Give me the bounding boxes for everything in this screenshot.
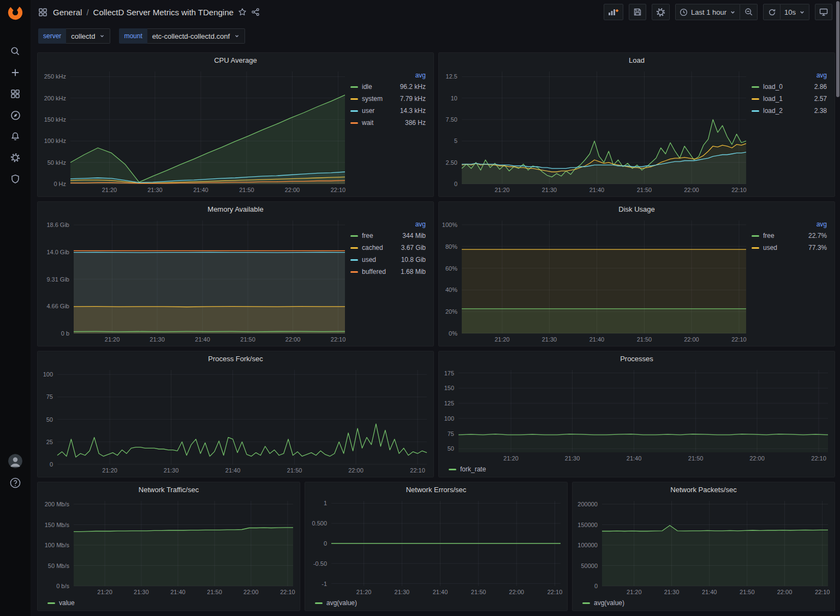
clock-icon [680, 8, 688, 16]
monitor-icon [819, 8, 828, 16]
series-color-marker [350, 271, 358, 273]
svg-text:22:00: 22:00 [684, 336, 699, 343]
legend-item-load_2[interactable]: load_22.38 [752, 106, 827, 116]
dashboard-settings-button[interactable] [652, 4, 670, 20]
zoom-out-button[interactable] [740, 4, 758, 20]
series-name: free [763, 231, 775, 241]
panel-title[interactable]: Network Packets/sec [573, 482, 835, 497]
series-avg-value: 14.3 kHz [400, 106, 426, 116]
explore-compass-icon[interactable] [4, 109, 26, 122]
panel-title[interactable]: Process Fork/sec [38, 351, 433, 366]
series-avg-value: 386 Hz [405, 118, 426, 128]
series-color-marker [315, 602, 323, 604]
legend-item-free[interactable]: free22.7% [752, 231, 827, 241]
chevron-down-icon [234, 33, 240, 39]
panel-processes: Processes 507510012515017521:2021:3021:4… [438, 351, 835, 477]
svg-text:50: 50 [46, 416, 53, 423]
svg-text:0 b: 0 b [61, 330, 69, 337]
memory-available-chart[interactable]: 0 b4.66 Gib9.31 Gib14.0 Gib18.6 Gib21:20… [41, 216, 348, 344]
panel-title[interactable]: Network Errors/sec [305, 482, 567, 497]
series-name: free [362, 231, 373, 241]
variable-server-label: server [38, 28, 66, 44]
svg-text:50000: 50000 [581, 563, 598, 569]
grafana-logo[interactable] [7, 4, 23, 21]
create-plus-icon[interactable] [4, 66, 26, 79]
process-fork-chart[interactable]: 025507510021:2021:3021:4021:5022:0022:10 [41, 366, 430, 475]
legend-item-avg(value)[interactable]: avg(value) [582, 599, 624, 608]
series-color-marker [350, 247, 358, 249]
panel-title[interactable]: Memory Available [38, 202, 433, 216]
breadcrumb-dashboard-title[interactable]: CollectD Server Metrics with TDengine [93, 8, 234, 17]
series-color-marker [350, 259, 358, 261]
panel-title[interactable]: Load [439, 53, 835, 67]
panel-title[interactable]: Network Traffic/sec [38, 482, 300, 497]
legend-item-fork_rate[interactable]: fork_rate [449, 465, 486, 474]
series-color-marker [350, 98, 358, 100]
panel-title[interactable]: CPU Average [38, 53, 433, 67]
svg-text:22:10: 22:10 [547, 589, 563, 595]
svg-text:21:30: 21:30 [565, 455, 580, 462]
dashboard-toolbar: Last 1 hour 10s [604, 4, 832, 20]
cpu-average-legend: avgidle96.2 kHzsystem7.79 kHzuser14.3 kH… [348, 67, 430, 195]
time-range-button[interactable]: Last 1 hour [675, 4, 740, 20]
star-icon[interactable] [238, 8, 247, 16]
scrollbar-thumb[interactable] [836, 1, 839, 97]
svg-text:2.50: 2.50 [446, 159, 457, 166]
network-errors-legend: avg(value) [308, 597, 564, 609]
configuration-gear-icon[interactable] [4, 151, 26, 164]
legend-item-wait[interactable]: wait386 Hz [350, 118, 426, 128]
alerting-bell-icon[interactable] [4, 130, 26, 143]
server-admin-shield-icon[interactable] [4, 172, 26, 186]
disk-usage-chart[interactable]: 0%20%40%60%80%100%21:2021:3021:4021:5022… [442, 216, 749, 344]
legend-item-free[interactable]: free344 Mib [350, 231, 426, 241]
panel-network-errors: Network Errors/sec -1-0.5000.500121:2021… [305, 482, 568, 611]
panel-title[interactable]: Disk Usage [439, 202, 835, 216]
cpu-average-chart[interactable]: 0 Hz50 kHz100 kHz150 kHz200 kHz250 kHz21… [41, 67, 348, 195]
svg-text:-0.50: -0.50 [313, 560, 327, 567]
legend-item-system[interactable]: system7.79 kHz [350, 94, 426, 104]
svg-text:0 b/s: 0 b/s [56, 583, 69, 589]
user-avatar[interactable] [8, 454, 22, 468]
legend-item-idle[interactable]: idle96.2 kHz [350, 82, 426, 92]
network-traffic-chart[interactable]: 0 b/s50 Mb/s100 Mb/s150 Mb/s200 Mb/s21:2… [41, 497, 296, 597]
dashboard-grid-icon[interactable] [38, 8, 47, 17]
legend-item-buffered[interactable]: buffered1.68 Mib [350, 267, 426, 277]
add-panel-button[interactable] [604, 4, 623, 20]
variable-mount: mount etc-collectd-collectd.conf [119, 28, 245, 44]
network-packets-chart[interactable]: 05000010000015000020000021:2021:3021:402… [576, 497, 831, 597]
refresh-interval-button[interactable]: 10s [781, 4, 809, 20]
cycle-view-button[interactable] [815, 4, 832, 20]
svg-text:7.50: 7.50 [446, 116, 457, 123]
help-icon[interactable] [4, 476, 26, 489]
legend-item-used[interactable]: used77.3% [752, 243, 827, 253]
series-name: idle [362, 82, 372, 92]
save-dashboard-button[interactable] [629, 4, 646, 20]
svg-text:100%: 100% [442, 222, 457, 228]
legend-header: avg [350, 220, 426, 228]
search-icon[interactable] [4, 45, 26, 58]
legend-item-user[interactable]: user14.3 kHz [350, 106, 426, 116]
svg-text:21:30: 21:30 [395, 589, 410, 595]
legend-item-load_0[interactable]: load_02.86 [752, 82, 827, 92]
svg-text:21:30: 21:30 [164, 467, 179, 474]
mount-select[interactable]: etc-collectd-collectd.conf [147, 28, 245, 44]
network-errors-chart[interactable]: -1-0.5000.500121:2021:3021:4021:5022:002… [308, 497, 564, 597]
legend-item-value[interactable]: value [47, 599, 75, 608]
panel-title[interactable]: Processes [439, 351, 835, 366]
breadcrumb-section[interactable]: General [53, 8, 82, 17]
share-icon[interactable] [251, 8, 260, 16]
legend-item-used[interactable]: used10.8 Gib [350, 255, 426, 265]
refresh-button[interactable] [763, 4, 781, 20]
orange-plus [616, 9, 618, 12]
dashboards-icon[interactable] [4, 87, 26, 100]
load-chart[interactable]: 02.5057.501012.521:2021:3021:4021:5022:0… [442, 67, 749, 195]
legend-item-avg(value)[interactable]: avg(value) [315, 599, 357, 608]
legend-item-cached[interactable]: cached3.67 Gib [350, 243, 426, 253]
processes-chart[interactable]: 507510012515017521:2021:3021:4021:5022:0… [442, 366, 831, 463]
svg-text:250 kHz: 250 kHz [44, 73, 66, 80]
legend-header: avg [350, 71, 426, 79]
legend-item-load_1[interactable]: load_12.57 [752, 94, 827, 104]
series-color-marker [752, 98, 759, 100]
server-select[interactable]: collectd [66, 28, 110, 44]
chevron-down-icon [730, 9, 736, 15]
